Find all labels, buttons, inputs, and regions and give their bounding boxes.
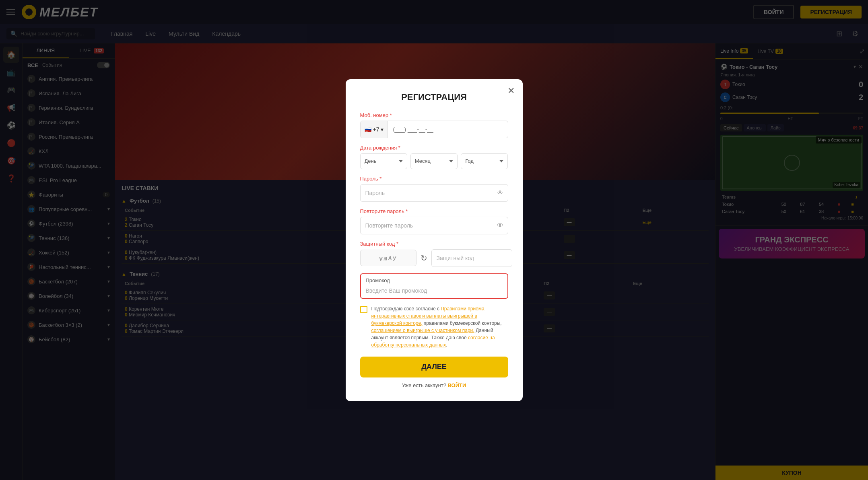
- captcha-row: VmAy ↻: [360, 249, 508, 267]
- submit-button[interactable]: ДАЛЕЕ: [360, 357, 508, 377]
- agree-link-rules[interactable]: Правилами приёма интерактивных ставок и …: [371, 306, 485, 326]
- agreement-row: Подтверждаю своё согласие с Правилами пр…: [360, 305, 508, 349]
- promo-label: Промокод: [361, 276, 507, 285]
- confirm-password-wrap: 👁: [360, 217, 508, 234]
- phone-code: +7: [373, 126, 379, 133]
- flag-icon: 🇷🇺: [365, 126, 371, 133]
- modal-title: РЕГИСТРАЦИЯ: [360, 92, 508, 103]
- dob-label: Дата рождения *: [360, 145, 508, 151]
- modal-overlay: РЕГИСТРАЦИЯ ✕ Моб. номер * 🇷🇺 +7 ▾ Дата …: [0, 0, 868, 480]
- confirm-required-mark: *: [406, 208, 408, 214]
- dob-month-select[interactable]: Месяц: [410, 153, 458, 169]
- phone-label: Моб. номер *: [360, 112, 508, 118]
- password-input[interactable]: [360, 184, 508, 202]
- phone-flag-selector[interactable]: 🇷🇺 +7 ▾: [361, 121, 388, 138]
- login-link[interactable]: ВОЙТИ: [448, 382, 466, 388]
- password-wrap: 👁: [360, 184, 508, 202]
- agree-link-personal[interactable]: согласие на обработку персональных данны…: [371, 335, 495, 348]
- confirm-password-input[interactable]: [360, 217, 508, 234]
- agreement-text: Подтверждаю своё согласие с Правилами пр…: [371, 305, 508, 349]
- promo-input[interactable]: [361, 285, 507, 296]
- confirm-label: Повторите пароль *: [360, 208, 508, 214]
- captcha-required-mark: *: [396, 241, 398, 247]
- captcha-field-group: Защитный код * VmAy ↻: [360, 241, 508, 267]
- phone-row: 🇷🇺 +7 ▾: [360, 121, 508, 138]
- date-row: День Месяц Год: [360, 153, 508, 169]
- agree-link-agreement[interactable]: соглашением о выигрыше с участником пари…: [371, 328, 474, 333]
- agreement-checkbox[interactable]: [360, 306, 367, 313]
- captcha-refresh-button[interactable]: ↻: [421, 253, 427, 263]
- captcha-input[interactable]: [431, 249, 512, 267]
- dob-year-select[interactable]: Год: [461, 153, 508, 169]
- confirm-eye-button[interactable]: 👁: [497, 222, 503, 229]
- promo-group: Промокод: [360, 273, 508, 299]
- flag-dropdown-icon: ▾: [381, 126, 383, 133]
- phone-field-group: Моб. номер * 🇷🇺 +7 ▾: [360, 112, 508, 138]
- captcha-label: Защитный код *: [360, 241, 508, 247]
- captcha-image: VmAy: [360, 250, 416, 266]
- login-link-row: Уже есть аккаунт? ВОЙТИ: [360, 382, 508, 388]
- password-field-group: Пароль * 👁: [360, 176, 508, 202]
- phone-required-mark: *: [390, 112, 392, 118]
- password-eye-button[interactable]: 👁: [497, 189, 503, 197]
- password-label: Пароль *: [360, 176, 508, 182]
- confirm-password-field-group: Повторите пароль * 👁: [360, 208, 508, 234]
- dob-field-group: Дата рождения * День Месяц Год: [360, 145, 508, 169]
- password-required-mark: *: [379, 176, 381, 182]
- promo-field-group: Промокод: [360, 273, 508, 299]
- modal-close-button[interactable]: ✕: [507, 86, 515, 96]
- phone-input[interactable]: [388, 126, 507, 133]
- registration-modal: РЕГИСТРАЦИЯ ✕ Моб. номер * 🇷🇺 +7 ▾ Дата …: [346, 79, 523, 401]
- dob-day-select[interactable]: День: [360, 153, 407, 169]
- dob-required-mark: *: [398, 145, 400, 151]
